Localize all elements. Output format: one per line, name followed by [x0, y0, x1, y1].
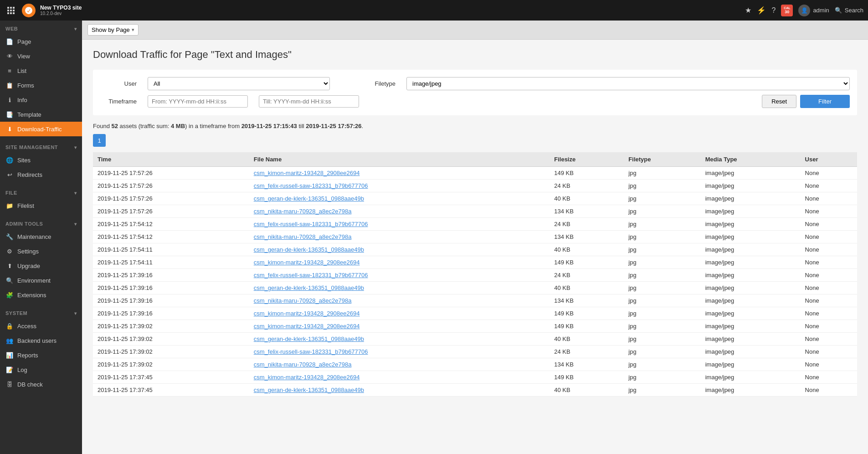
sidebar-section-system[interactable]: SYSTEM ▾	[0, 308, 82, 319]
sidebar-item-access[interactable]: 🔒 Access	[0, 319, 82, 333]
table-row: 2019-11-25 17:57:26 csm_kimon-maritz-193…	[93, 167, 857, 180]
cell-time: 2019-11-25 17:39:16	[93, 307, 249, 320]
cell-filename[interactable]: csm_felix-russell-saw-182331_b79b677706	[249, 269, 550, 282]
sidebar-item-download-traffic[interactable]: ⬇ Download-Traffic	[0, 122, 82, 136]
sidebar-item-redirects[interactable]: ↩ Redirects	[0, 167, 82, 182]
sidebar-item-backend-users[interactable]: 👥 Backend users	[0, 333, 82, 348]
sidebar-item-page[interactable]: 📄 Page	[0, 34, 82, 49]
svg-rect-3	[7, 10, 9, 11]
sidebar-item-view[interactable]: 👁 View	[0, 49, 82, 63]
sidebar-section-file[interactable]: FILE ▾	[0, 187, 82, 198]
table-row: 2019-11-25 17:39:16 csm_nikita-maru-7092…	[93, 294, 857, 307]
sidebar-item-log[interactable]: 📝 Log	[0, 362, 82, 377]
timeframe-from-input[interactable]	[148, 95, 248, 108]
sidebar-item-template[interactable]: 📑 Template	[0, 107, 82, 122]
cell-filename[interactable]: csm_nikita-maru-70928_a8ec2e798a	[249, 358, 550, 371]
table-row: 2019-11-25 17:54:11 csm_geran-de-klerk-1…	[93, 243, 857, 256]
cell-filename[interactable]: csm_kimon-maritz-193428_2908ee2694	[249, 320, 550, 333]
cell-filetype: jpg	[624, 320, 700, 333]
user-select[interactable]: All	[148, 77, 330, 90]
cell-filename[interactable]: csm_kimon-maritz-193428_2908ee2694	[249, 167, 550, 180]
reset-button[interactable]: Reset	[762, 95, 796, 108]
sidebar-item-info[interactable]: ℹ Info	[0, 93, 82, 107]
cell-filesize: 134 KB	[550, 231, 624, 243]
cell-filename[interactable]: csm_geran-de-klerk-136351_0988aae49b	[249, 333, 550, 346]
cell-filetype: jpg	[624, 167, 700, 180]
site-logo	[22, 4, 36, 17]
cell-user: None	[801, 333, 857, 346]
db-check-icon: 🗄	[5, 380, 14, 388]
table-row: 2019-11-25 17:54:11 csm_kimon-maritz-193…	[93, 256, 857, 269]
cell-media-type: image/jpeg	[701, 358, 801, 371]
sidebar-item-forms[interactable]: 📋 Forms	[0, 78, 82, 93]
list-icon: ≡	[5, 67, 14, 75]
cell-time: 2019-11-25 17:37:45	[93, 384, 249, 397]
help-icon[interactable]: ?	[771, 6, 776, 15]
sidebar: WEB ▾ 📄 Page 👁 View ≡ List 📋 Forms ℹ In	[0, 21, 82, 454]
sidebar-item-upgrade[interactable]: ⬆ Upgrade	[0, 258, 82, 273]
cell-filename[interactable]: csm_nikita-maru-70928_a8ec2e798a	[249, 294, 550, 307]
sidebar-item-sites[interactable]: 🌐 Sites	[0, 153, 82, 167]
cell-filename[interactable]: csm_felix-russell-saw-182331_b79b677706	[249, 346, 550, 358]
cell-filename[interactable]: csm_nikita-maru-70928_a8ec2e798a	[249, 205, 550, 218]
sidebar-item-maintenance[interactable]: 🔧 Maintenance	[0, 229, 82, 244]
data-table: Time File Name Filesize Filetype Media T…	[93, 152, 857, 397]
content-toolbar: Show by Page	[82, 21, 868, 40]
sidebar-section-web[interactable]: WEB ▾	[0, 23, 82, 34]
cell-filename[interactable]: csm_kimon-maritz-193428_2908ee2694	[249, 256, 550, 269]
table-row: 2019-11-25 17:39:02 csm_kimon-maritz-193…	[93, 320, 857, 333]
cell-filename[interactable]: csm_geran-de-klerk-136351_0988aae49b	[249, 243, 550, 256]
page-1-button[interactable]: 1	[93, 134, 106, 147]
sidebar-item-db-check[interactable]: 🗄 DB check	[0, 377, 82, 392]
sidebar-item-settings[interactable]: ⚙ Settings	[0, 244, 82, 258]
cell-filetype: jpg	[624, 269, 700, 282]
show-by-page-dropdown[interactable]: Show by Page	[87, 24, 139, 36]
timeframe-till-input[interactable]	[259, 95, 359, 108]
cell-user: None	[801, 371, 857, 384]
cell-time: 2019-11-25 17:37:45	[93, 371, 249, 384]
cell-filename[interactable]: csm_kimon-maritz-193428_2908ee2694	[249, 371, 550, 384]
cell-filename[interactable]: csm_geran-de-klerk-136351_0988aae49b	[249, 192, 550, 205]
sidebar-item-list[interactable]: ≡ List	[0, 63, 82, 78]
filter-button[interactable]: Filter	[800, 95, 850, 108]
sidebar-item-environment[interactable]: 🔍 Environment	[0, 273, 82, 288]
filetype-select[interactable]: image/jpeg	[406, 77, 850, 90]
cell-filename[interactable]: csm_nikita-maru-70928_a8ec2e798a	[249, 231, 550, 243]
cell-user: None	[801, 384, 857, 397]
search-button[interactable]: 🔍 Search	[835, 7, 863, 14]
sidebar-section-site-management[interactable]: SITE MANAGEMENT ▾	[0, 142, 82, 153]
filter-section: User All Filetype image/jpeg Timeframe R…	[93, 70, 857, 115]
settings-icon: ⚙	[5, 247, 14, 255]
table-row: 2019-11-25 17:54:12 csm_nikita-maru-7092…	[93, 231, 857, 243]
cell-media-type: image/jpeg	[701, 167, 801, 180]
cell-filename[interactable]: csm_kimon-maritz-193428_2908ee2694	[249, 307, 550, 320]
cell-filetype: jpg	[624, 218, 700, 231]
bookmarks-icon[interactable]: ★	[745, 6, 751, 15]
cell-filename[interactable]: csm_geran-de-klerk-136351_0988aae49b	[249, 384, 550, 397]
sidebar-item-filelist[interactable]: 📁 Filelist	[0, 198, 82, 213]
table-row: 2019-11-25 17:57:26 csm_geran-de-klerk-1…	[93, 192, 857, 205]
calendar-icon[interactable]: CAL 30	[781, 5, 793, 16]
cell-user: None	[801, 269, 857, 282]
cell-filetype: jpg	[624, 371, 700, 384]
sidebar-section-admin-tools[interactable]: ADMIN TOOLS ▾	[0, 218, 82, 229]
sidebar-item-reports[interactable]: 📊 Reports	[0, 348, 82, 362]
cell-filesize: 24 KB	[550, 346, 624, 358]
sidebar-item-extensions[interactable]: 🧩 Extensions	[0, 288, 82, 302]
user-menu[interactable]: 👤 admin	[798, 5, 829, 16]
cell-media-type: image/jpeg	[701, 282, 801, 294]
cell-filesize: 40 KB	[550, 192, 624, 205]
cell-filename[interactable]: csm_felix-russell-saw-182331_b79b677706	[249, 180, 550, 192]
cell-time: 2019-11-25 17:57:26	[93, 192, 249, 205]
table-row: 2019-11-25 17:57:26 csm_felix-russell-sa…	[93, 180, 857, 192]
apps-button[interactable]	[5, 4, 17, 17]
cell-filetype: jpg	[624, 256, 700, 269]
redirects-icon: ↩	[5, 170, 14, 179]
cell-media-type: image/jpeg	[701, 269, 801, 282]
cell-filename[interactable]: csm_felix-russell-saw-182331_b79b677706	[249, 218, 550, 231]
flash-icon[interactable]: ⚡	[757, 6, 766, 15]
chevron-down-icon: ▾	[74, 222, 77, 227]
cell-filename[interactable]: csm_geran-de-klerk-136351_0988aae49b	[249, 282, 550, 294]
col-filename: File Name	[249, 152, 550, 167]
cell-filesize: 24 KB	[550, 180, 624, 192]
